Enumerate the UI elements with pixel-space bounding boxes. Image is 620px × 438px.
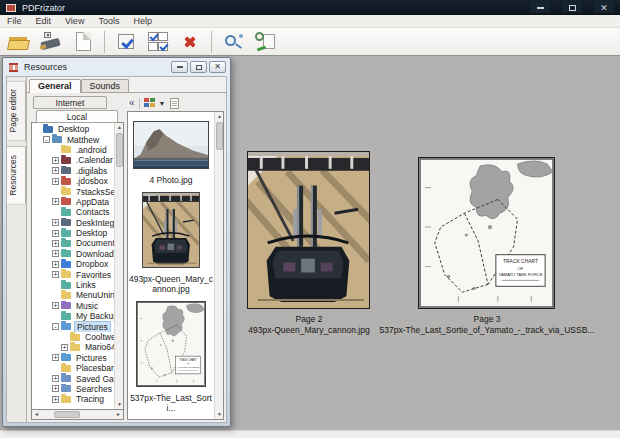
tree-item-label: Desktop — [56, 124, 91, 134]
tree-item-pictures[interactable]: -Pictures — [32, 321, 114, 331]
collapse-icon[interactable]: - — [43, 136, 50, 143]
report-icon[interactable] — [170, 98, 179, 109]
tree-item-appdata[interactable]: +AppData — [32, 197, 114, 207]
tab-page-editor[interactable]: Page editor — [7, 80, 26, 141]
tab-internet[interactable]: Internet — [33, 96, 107, 109]
thumbnail-cannon[interactable]: 493px-Queen_Mary_cannon.jpg — [128, 192, 214, 294]
resources-title-bar[interactable]: Resources ✕ — [3, 58, 230, 76]
expand-icon[interactable]: + — [52, 157, 59, 164]
menu-item-tools[interactable]: Tools — [98, 16, 119, 26]
maximize-button[interactable] — [562, 2, 582, 13]
collapse-icon[interactable]: - — [52, 323, 59, 330]
delete-page-button[interactable] — [177, 30, 203, 54]
panel-close-button[interactable]: ✕ — [209, 61, 226, 73]
expand-icon[interactable]: + — [52, 198, 59, 205]
tree-item-label: Cooltwe — [83, 332, 114, 342]
scroll-up-icon[interactable]: ▲ — [115, 123, 124, 132]
tree-item-matthew[interactable]: -Matthew — [32, 134, 114, 144]
expand-icon[interactable]: + — [52, 271, 59, 278]
collapse-panel-button[interactable]: « — [129, 98, 135, 108]
close-button[interactable]: ✕ — [594, 2, 614, 13]
tree-item-digilabs[interactable]: +.digilabs — [32, 166, 114, 176]
scroll-thumb[interactable] — [116, 133, 123, 167]
tree-item-saved-gam[interactable]: +Saved Gam — [32, 373, 114, 383]
menu-item-edit[interactable]: Edit — [36, 16, 52, 26]
scroll-left-icon[interactable]: ◄ — [32, 410, 41, 419]
tree-item-favorites[interactable]: +Favorites — [32, 269, 114, 279]
tree-item-documents[interactable]: +Documents — [32, 238, 114, 248]
page-2-thumbnail[interactable] — [247, 151, 370, 309]
expand-icon[interactable]: + — [52, 375, 59, 382]
tree-vertical-scrollbar[interactable]: ▲ ▼ — [114, 123, 123, 409]
resource-tabs: General Sounds — [27, 77, 226, 92]
expand-icon[interactable]: + — [52, 302, 59, 309]
menu-item-file[interactable]: File — [7, 16, 22, 26]
scroll-right-icon[interactable]: ► — [114, 410, 123, 419]
view-mode-icon[interactable] — [144, 98, 155, 108]
expand-icon[interactable]: + — [61, 344, 68, 351]
tab-resources[interactable]: Resources — [7, 146, 26, 205]
preview-document-button[interactable] — [252, 30, 278, 54]
create-pdf-button[interactable] — [38, 30, 64, 54]
select-all-button[interactable] — [113, 30, 139, 54]
expand-icon[interactable]: + — [52, 240, 59, 247]
scroll-thumb[interactable] — [54, 411, 80, 418]
expand-icon[interactable]: + — [52, 396, 59, 403]
expand-icon[interactable]: + — [52, 354, 59, 361]
tree-item-desktop[interactable]: +Desktop — [32, 228, 114, 238]
tree-item-placesbar[interactable]: Placesbar — [32, 363, 114, 373]
scroll-down-icon[interactable]: ▼ — [215, 410, 224, 419]
tree-item-downloads[interactable]: +Downloads — [32, 249, 114, 259]
tree-item-searches[interactable]: +Searches — [32, 384, 114, 394]
expand-icon[interactable]: + — [52, 250, 59, 257]
scroll-up-icon[interactable]: ▲ — [215, 112, 224, 121]
tree-item-deskintegr[interactable]: +DeskIntegr — [32, 218, 114, 228]
tab-local[interactable]: Local — [36, 110, 118, 123]
tree-item-android[interactable]: .android — [32, 145, 114, 155]
new-document-button[interactable] — [70, 30, 96, 54]
tab-general[interactable]: General — [29, 79, 81, 93]
tree-item-contacts[interactable]: Contacts — [32, 207, 114, 217]
panel-minimize-button[interactable] — [171, 61, 188, 73]
menu-item-help[interactable]: Help — [133, 16, 152, 26]
folder-folder-icon — [61, 396, 71, 403]
tree-item-pictures[interactable]: +Pictures — [32, 353, 114, 363]
dropdown-arrow-icon[interactable]: ▼ — [159, 100, 166, 107]
page-2-title: Page 2 — [228, 314, 390, 325]
tree-item-calendar[interactable]: +.Calendar — [32, 155, 114, 165]
preview-button[interactable] — [220, 30, 246, 54]
expand-icon[interactable]: + — [52, 385, 59, 392]
tree-horizontal-scrollbar[interactable]: ◄ ► — [31, 410, 124, 420]
tree-item-label: Music — [74, 301, 100, 311]
expand-icon[interactable]: + — [52, 167, 59, 174]
list-vertical-scrollbar[interactable]: ▲ ▼ — [214, 112, 223, 419]
tree-item-cooltwe[interactable]: Cooltwe — [32, 332, 114, 342]
expand-icon[interactable]: + — [52, 178, 59, 185]
expand-icon[interactable]: + — [52, 230, 59, 237]
tree-item-my-backup[interactable]: My Backup — [32, 311, 114, 321]
toggle-selection-button[interactable] — [145, 30, 171, 54]
tree-item-tracing[interactable]: +Tracing — [32, 394, 114, 404]
minimize-button[interactable] — [530, 2, 550, 13]
tree-item-7stackssetu[interactable]: 7stacksSetu — [32, 186, 114, 196]
tree-item-label: Contacts — [74, 207, 112, 217]
tree-item-dropbox[interactable]: +Dropbox — [32, 259, 114, 269]
tree-item-music[interactable]: +Music — [32, 301, 114, 311]
tree-item-desktop[interactable]: Desktop — [32, 124, 114, 134]
scroll-thumb[interactable] — [216, 122, 223, 150]
tree-item-menuunins[interactable]: MenuUnins — [32, 290, 114, 300]
thumbnail-map[interactable]: 537px-The_Last_Sorti... — [128, 301, 214, 413]
tree-item-links[interactable]: Links — [32, 280, 114, 290]
open-file-button[interactable] — [6, 30, 32, 54]
tree-item-label: Links — [74, 280, 98, 290]
scroll-down-icon[interactable]: ▼ — [115, 400, 124, 409]
expand-icon[interactable]: + — [52, 219, 59, 226]
tab-sounds[interactable]: Sounds — [81, 79, 130, 92]
expand-icon[interactable]: + — [52, 261, 59, 268]
menu-item-view[interactable]: View — [65, 16, 84, 26]
thumbnail-gibraltar[interactable]: 4 Photo.jpg — [128, 121, 214, 185]
page-3-thumbnail[interactable] — [418, 157, 555, 309]
tree-item-jdosbox[interactable]: +.jdosbox — [32, 176, 114, 186]
panel-maximize-button[interactable] — [190, 61, 207, 73]
tree-item-mario64[interactable]: +Mario64 — [32, 342, 114, 352]
